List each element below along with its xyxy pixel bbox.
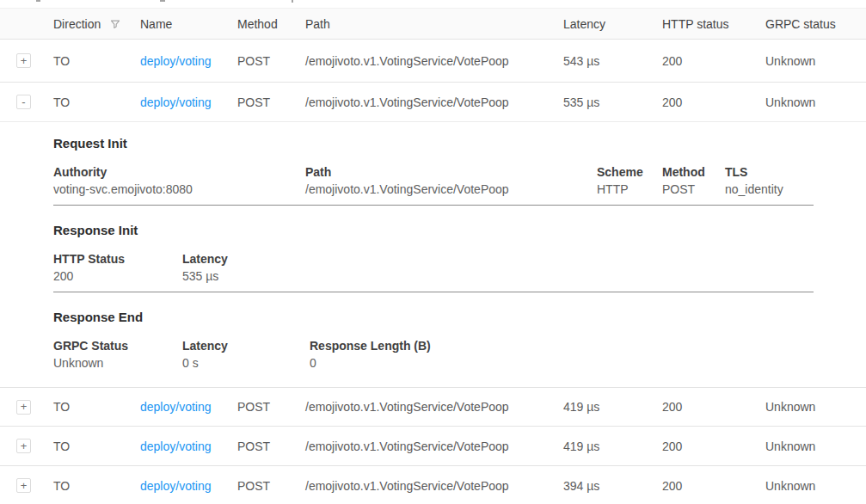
cell-path: /emojivoto.v1.VotingService/VotePoop	[305, 439, 563, 453]
filter-icon[interactable]	[109, 18, 121, 30]
cell-latency: 394 µs	[563, 479, 662, 493]
name-link[interactable]: deploy/voting	[140, 95, 212, 109]
table-header-row: Direction Name Method Path Latency HTTP …	[0, 8, 866, 40]
request-init-fields: Authority voting-svc.emojivoto:8080 Path…	[53, 165, 866, 196]
section-title-response-end: Response End	[53, 310, 866, 325]
cell-name: deploy/voting	[140, 400, 237, 414]
field-authority: Authority voting-svc.emojivoto:8080	[53, 165, 305, 196]
field-label: Path	[305, 165, 597, 179]
cell-path: /emojivoto.v1.VotingService/VotePoop	[305, 479, 563, 493]
cell-name: deploy/voting	[140, 95, 237, 109]
field-value: no_identity	[725, 182, 866, 196]
cell-http-status: 200	[662, 54, 765, 68]
field-value: HTTP	[597, 182, 662, 196]
field-latency: Latency 535 µs	[182, 252, 866, 283]
cell-latency: 419 µs	[563, 439, 662, 453]
field-label: Latency	[182, 252, 866, 266]
column-label-direction: Direction	[53, 17, 101, 31]
header-cell-method: Method	[237, 17, 305, 31]
cell-grpc-status: Unknown	[765, 54, 866, 68]
field-latency: Latency 0 s	[182, 339, 310, 370]
header-cell-http-status: HTTP status	[662, 17, 765, 31]
cell-name: deploy/voting	[140, 54, 237, 68]
cell-method: POST	[237, 400, 305, 414]
field-http-status: HTTP Status 200	[53, 252, 182, 283]
header-cell-latency: Latency	[563, 17, 662, 31]
cell-method: POST	[237, 54, 305, 68]
collapse-row-button[interactable]: -	[16, 95, 31, 109]
field-value: voting-svc.emojivoto:8080	[53, 182, 305, 196]
cell-direction: TO	[53, 400, 140, 414]
table-row-expanded: - TO deploy/voting POST /emojivoto.v1.Vo…	[0, 83, 866, 122]
cell-grpc-status: Unknown	[765, 95, 866, 109]
field-label: Scheme	[597, 165, 662, 179]
cell-expand: +	[0, 53, 53, 69]
cell-latency: 535 µs	[563, 95, 662, 109]
clipped-content-strip	[0, 0, 866, 8]
cell-expand: +	[0, 478, 53, 494]
field-grpc-status: GRPC Status Unknown	[53, 339, 182, 370]
field-path: Path /emojivoto.v1.VotingService/VotePoo…	[305, 165, 597, 196]
response-init-fields: HTTP Status 200 Latency 535 µs	[53, 252, 866, 283]
field-label: Latency	[182, 339, 310, 353]
cell-grpc-status: Unknown	[765, 479, 866, 493]
field-response-length: Response Length (B) 0	[310, 339, 866, 370]
cell-expand: -	[0, 95, 53, 110]
cell-path: /emojivoto.v1.VotingService/VotePoop	[305, 95, 563, 109]
cell-name: deploy/voting	[140, 479, 237, 493]
cell-direction: TO	[53, 439, 140, 453]
header-cell-path: Path	[305, 17, 563, 31]
column-label-name: Name	[140, 17, 172, 31]
expand-row-button[interactable]: +	[16, 53, 31, 68]
name-link[interactable]: deploy/voting	[140, 54, 212, 68]
cell-direction: TO	[53, 95, 140, 109]
header-cell-grpc-status: GRPC status	[765, 17, 866, 31]
cell-latency: 543 µs	[563, 54, 662, 68]
column-label-path: Path	[305, 17, 330, 31]
field-label: HTTP Status	[53, 252, 182, 266]
cell-direction: TO	[53, 54, 140, 68]
cell-grpc-status: Unknown	[765, 400, 866, 414]
cell-name: deploy/voting	[140, 439, 237, 453]
table-row: + TO deploy/voting POST /emojivoto.v1.Vo…	[0, 427, 866, 466]
cell-latency: 419 µs	[563, 400, 662, 414]
header-cell-name: Name	[140, 17, 237, 31]
cell-http-status: 200	[662, 439, 765, 453]
section-title-response-init: Response Init	[53, 223, 866, 238]
column-label-latency: Latency	[563, 17, 605, 31]
column-label-grpc-status: GRPC status	[765, 17, 836, 31]
table-row: + TO deploy/voting POST /emojivoto.v1.Vo…	[0, 40, 866, 83]
cell-expand: +	[0, 399, 53, 415]
field-label: Authority	[53, 165, 305, 179]
column-label-method: Method	[237, 17, 278, 31]
field-tls: TLS no_identity	[725, 165, 866, 196]
response-end-fields: GRPC Status Unknown Latency 0 s Response…	[53, 339, 866, 370]
expand-row-button[interactable]: +	[16, 439, 31, 453]
table-row: + TO deploy/voting POST /emojivoto.v1.Vo…	[0, 466, 866, 504]
clipped-text-artifact	[36, 0, 40, 2]
expand-row-button[interactable]: +	[16, 400, 31, 415]
field-value: 0	[310, 356, 866, 370]
field-value: Unknown	[53, 356, 182, 370]
cell-expand: +	[0, 439, 53, 454]
table-row: + TO deploy/voting POST /emojivoto.v1.Vo…	[0, 388, 866, 427]
cell-http-status: 200	[662, 479, 765, 493]
field-label: GRPC Status	[53, 339, 182, 353]
cell-http-status: 200	[662, 400, 765, 414]
clipped-text-artifact	[160, 0, 165, 2]
name-link[interactable]: deploy/voting	[140, 400, 212, 414]
name-link[interactable]: deploy/voting	[140, 479, 212, 493]
cell-direction: TO	[53, 479, 140, 493]
expand-row-button[interactable]: +	[16, 478, 31, 493]
name-link[interactable]: deploy/voting	[140, 439, 212, 453]
tap-table-screen: Direction Name Method Path Latency HTTP …	[0, 0, 866, 504]
field-label: Method	[662, 165, 725, 179]
field-method: Method POST	[662, 165, 725, 196]
header-cell-direction: Direction	[53, 17, 140, 31]
field-scheme: Scheme HTTP	[597, 165, 662, 196]
cell-grpc-status: Unknown	[765, 439, 866, 453]
cell-path: /emojivoto.v1.VotingService/VotePoop	[305, 400, 563, 414]
field-value: 535 µs	[182, 269, 866, 283]
detail-divider	[53, 205, 814, 206]
cell-path: /emojivoto.v1.VotingService/VotePoop	[305, 54, 563, 68]
